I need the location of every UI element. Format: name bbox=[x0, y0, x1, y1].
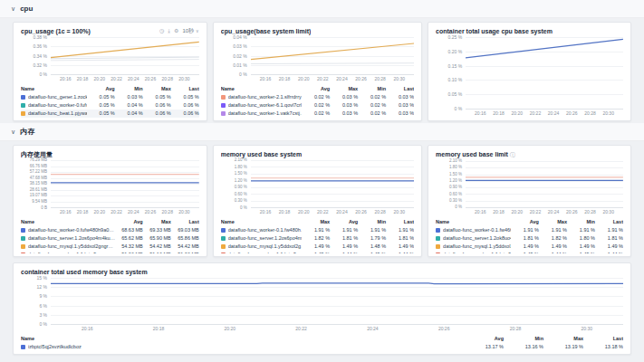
legend-column-header[interactable]: Avg bbox=[302, 87, 330, 92]
legend-column-header[interactable]: Min bbox=[567, 220, 595, 225]
info-icon[interactable]: ⓘ bbox=[510, 152, 515, 157]
legend-row[interactable]: datafluo-func_worker-0.fufw485fu…0.05 %0… bbox=[21, 101, 199, 110]
legend-row[interactable]: datafluo-func_server.1.2os6po4m4ku…65.62… bbox=[21, 234, 199, 243]
x-tick-label: 20:30 bbox=[581, 327, 592, 333]
series-name: datafluo-func_worker-1.1.latw5vzvqw… bbox=[28, 252, 115, 253]
row-header-cpu[interactable]: ∨ cpu bbox=[0, 0, 644, 18]
x-tick-label: 20:26 bbox=[566, 111, 578, 118]
legend-column-header[interactable]: Max bbox=[539, 220, 567, 225]
legend-series: datafluo-func_server.1.2os6po4m4ku… bbox=[21, 236, 115, 242]
download-icon[interactable]: ⤓ bbox=[168, 27, 170, 35]
legend-column-header[interactable]: Last bbox=[386, 220, 414, 225]
series-value: 1.49 % bbox=[595, 244, 623, 250]
series-color-swatch bbox=[21, 103, 25, 108]
legend-row[interactable]: datafluo-func_worker-2.1.slfrrdrry…0.02 … bbox=[221, 93, 414, 101]
series-value: 1.81 % bbox=[330, 236, 358, 242]
series-line bbox=[251, 63, 414, 64]
y-tick-label: 0 % bbox=[39, 72, 47, 77]
legend-name-header: Name bbox=[21, 220, 115, 225]
series-value: 54.42 MB bbox=[171, 244, 199, 250]
legend-series: izbptcl5qj2svztlkudlcboz bbox=[21, 345, 464, 350]
y-tick-label: 6 % bbox=[39, 304, 47, 309]
row-header-memory[interactable]: ∨ 内存 bbox=[0, 123, 644, 141]
legend-column-header[interactable]: Min bbox=[358, 87, 386, 92]
legend-header-row: NameAvgMaxMinLast bbox=[221, 85, 414, 93]
legend-row[interactable]: datafluo-func_beat.1.pjywayldfh…0.05 %0.… bbox=[21, 110, 199, 118]
legend-row[interactable]: datafluo-func_mysql.1.y5ddxol2gngr…54.32… bbox=[21, 243, 199, 251]
legend-column-header[interactable]: Avg bbox=[115, 220, 143, 225]
series-name: datafluo-func_mysql.1.y5ddxol2g… bbox=[228, 244, 302, 250]
panel-title[interactable]: memory used base system bbox=[221, 150, 303, 158]
legend-column-header[interactable]: Max bbox=[143, 87, 171, 92]
plot-area[interactable] bbox=[51, 37, 199, 75]
legend-column-header[interactable]: Max bbox=[143, 220, 171, 225]
series-name: datafluo-func_worker-0.1.fw466n… bbox=[443, 228, 511, 233]
series-value: 13.16 % bbox=[504, 345, 543, 350]
legend-column-header[interactable]: Max bbox=[543, 337, 583, 342]
panel-header: container total used memory base system bbox=[21, 268, 623, 276]
x-tick-label: 20:20 bbox=[298, 77, 310, 83]
refresh-interval-dropdown[interactable]: 10秒 ∨ bbox=[182, 27, 198, 35]
legend-column-header[interactable]: Avg bbox=[330, 220, 358, 225]
legend-column-header[interactable]: Avg bbox=[87, 87, 115, 92]
legend-row[interactable]: datafluo-func_worker-1.1.latw5v…1.45 %1.… bbox=[436, 251, 623, 253]
x-tick-label: 20:26 bbox=[566, 210, 578, 216]
series-color-swatch bbox=[436, 244, 440, 249]
plot-area[interactable] bbox=[51, 278, 623, 325]
legend-row[interactable]: datafluo-func_server.1.2os6po4m…1.82 %1.… bbox=[221, 234, 414, 243]
series-name: datafluo-func_worker-0.1.fw480h… bbox=[228, 228, 302, 233]
plot-area[interactable] bbox=[466, 37, 623, 110]
legend-column-header[interactable]: Min bbox=[358, 220, 386, 225]
series-value: 1.80 % bbox=[567, 236, 595, 242]
legend-row[interactable]: datafluo-func_worker-0.1.fw466n…1.91 %1.… bbox=[436, 226, 623, 234]
x-axis: 20:1620:1820:2020:2220:2420:2620:2820:30 bbox=[466, 110, 623, 118]
settings-icon[interactable]: ⚙ bbox=[174, 27, 178, 35]
legend-column-header[interactable]: Last bbox=[583, 337, 623, 342]
plot-area[interactable] bbox=[251, 37, 414, 75]
series-line bbox=[251, 43, 414, 60]
x-tick-label: 20:30 bbox=[178, 210, 190, 216]
legend-row[interactable]: datafluo-func_mysql.1.y5ddxol2g…1.49 %1.… bbox=[221, 243, 414, 251]
plot-area[interactable] bbox=[51, 160, 199, 208]
legend-row[interactable]: datafluo-func_worker-0.1.fw480h…1.91 %1.… bbox=[221, 226, 414, 234]
legend-row[interactable]: datafluo-func_worker-6.1.qovl7crl…0.02 %… bbox=[221, 101, 414, 110]
legend-column-header[interactable]: Last bbox=[171, 220, 199, 225]
legend-row[interactable]: datafluo-func_worker-1.1.latw5vzvqw…51.0… bbox=[21, 251, 199, 253]
panel-title-text: memory used base limit bbox=[436, 151, 508, 157]
legend-header-row: NameAvgMaxLast bbox=[21, 218, 199, 226]
plot-area[interactable] bbox=[466, 161, 623, 208]
y-tick-label: 2.10 % bbox=[449, 159, 462, 164]
series-value: 1.91 % bbox=[302, 228, 330, 233]
legend-row[interactable]: datafluo-func_server.1.2ok8uo4uh…1.81 %1… bbox=[436, 234, 623, 243]
legend-column-header[interactable]: Last bbox=[171, 87, 199, 92]
x-tick-label: 20:16 bbox=[475, 111, 486, 118]
legend-row[interactable]: datafluo-func_gener.1.zockipodur…0.05 %0… bbox=[21, 93, 199, 101]
panel-header: cpu_usage(base system limit) bbox=[221, 27, 414, 35]
chevron-down-icon: ∨ bbox=[196, 27, 199, 35]
legend-column-header[interactable]: Max bbox=[330, 87, 358, 92]
chart-lines bbox=[466, 161, 623, 207]
x-tick-label: 20:24 bbox=[336, 77, 348, 83]
series-color-swatch bbox=[221, 236, 226, 241]
legend-row[interactable]: datafluo-func_worker-1.vatk7cstj…0.02 %0… bbox=[221, 110, 414, 118]
legend-column-header[interactable]: Avg bbox=[511, 220, 539, 225]
legend-column-header[interactable]: Last bbox=[595, 220, 623, 225]
legend-row[interactable]: datafluo-func_worker-1.1.latw5v…1.45 %1.… bbox=[221, 251, 414, 253]
clock-icon[interactable]: ◷ bbox=[159, 27, 164, 35]
plot-area[interactable] bbox=[251, 160, 414, 208]
panel-title[interactable]: cpu_usage (1c = 100%) bbox=[21, 27, 91, 35]
series-value: 65.90 MB bbox=[143, 236, 171, 242]
y-tick-label: 0.25 % bbox=[448, 35, 463, 40]
legend-column-header[interactable]: Last bbox=[386, 87, 414, 92]
x-tick-label: 20:22 bbox=[530, 111, 542, 118]
series-value: 0.03 % bbox=[330, 103, 358, 109]
legend-row[interactable]: datafluo-func_worker-0.fufw480h9a0…68.63… bbox=[21, 226, 199, 234]
legend-table: NameAvgMaxMinLastdatafluo-func_worker-2.… bbox=[221, 85, 414, 118]
panel-title[interactable]: memory used base limit ⓘ bbox=[436, 150, 515, 159]
legend-row[interactable]: izbptcl5qj2svztlkudlcboz13.17 %13.16 %13… bbox=[21, 343, 623, 351]
legend-column-header[interactable]: Avg bbox=[464, 337, 504, 342]
legend-column-header[interactable]: Min bbox=[504, 337, 543, 342]
legend-row[interactable]: datafluo-func_mysql.1.y5ddxol2g…1.49 %1.… bbox=[436, 243, 623, 251]
legend-column-header[interactable]: Min bbox=[115, 87, 143, 92]
legend-column-header[interactable]: Max bbox=[302, 220, 330, 225]
